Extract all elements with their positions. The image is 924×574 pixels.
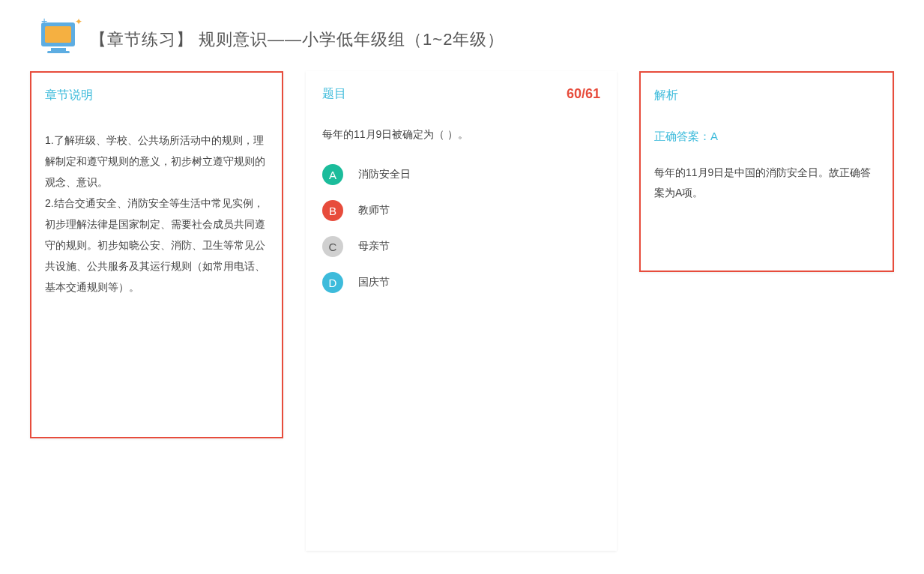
option-c[interactable]: C母亲节 [322, 236, 600, 257]
option-text: 国庆节 [358, 276, 390, 289]
option-badge: D [322, 272, 343, 293]
question-text: 每年的11月9日被确定为（ ）。 [322, 128, 600, 142]
option-badge: C [322, 236, 343, 257]
option-badge: B [322, 200, 343, 221]
chapter-description-title: 章节说明 [45, 88, 268, 103]
chapter-description-text: 1.了解班级、学校、公共场所活动中的规则，理解制定和遵守规则的意义，初步树立遵守… [45, 130, 268, 297]
monitor-icon: + ✦ [37, 22, 79, 56]
page-title: 【章节练习】 规则意识——小学低年级组（1~2年级） [90, 28, 504, 51]
option-list: A消防安全日B教师节C母亲节D国庆节 [322, 164, 600, 293]
option-d[interactable]: D国庆节 [322, 272, 600, 293]
analysis-panel: 解析 正确答案：A 每年的11月9日是中国的消防安全日。故正确答案为A项。 [639, 71, 894, 272]
option-a[interactable]: A消防安全日 [322, 164, 600, 185]
option-text: 教师节 [358, 204, 390, 217]
page-header: + ✦ 【章节练习】 规则意识——小学低年级组（1~2年级） [30, 7, 894, 71]
analysis-title: 解析 [654, 88, 879, 103]
question-counter: 60/61 [567, 86, 600, 102]
correct-answer: 正确答案：A [654, 130, 879, 144]
chapter-description-panel: 章节说明 1.了解班级、学校、公共场所活动中的规则，理解制定和遵守规则的意义，初… [30, 71, 283, 438]
option-text: 母亲节 [358, 240, 390, 253]
question-title: 题目 [322, 86, 346, 102]
option-text: 消防安全日 [358, 168, 411, 181]
question-panel: 题目 60/61 每年的11月9日被确定为（ ）。 A消防安全日B教师节C母亲节… [306, 71, 617, 551]
option-badge: A [322, 164, 343, 185]
analysis-text: 每年的11月9日是中国的消防安全日。故正确答案为A项。 [654, 163, 879, 202]
option-b[interactable]: B教师节 [322, 200, 600, 221]
